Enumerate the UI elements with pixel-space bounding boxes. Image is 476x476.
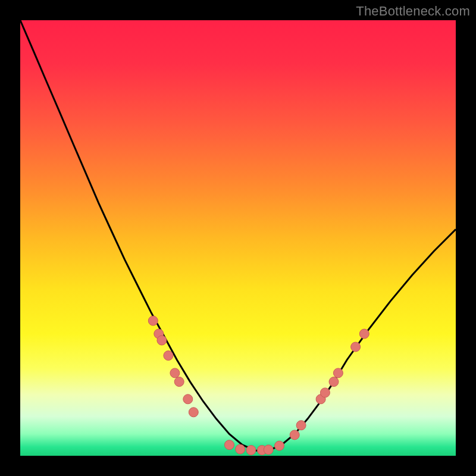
- marker-layer: [148, 316, 369, 455]
- data-marker: [329, 377, 339, 387]
- data-marker: [189, 408, 198, 417]
- chart-container: TheBottleneck.com: [0, 0, 476, 476]
- data-marker: [290, 430, 299, 440]
- plot-area: [20, 20, 456, 456]
- chart-svg: [20, 20, 456, 456]
- data-marker: [170, 368, 180, 378]
- data-marker: [224, 440, 234, 450]
- data-marker: [296, 421, 306, 430]
- data-marker: [264, 445, 273, 455]
- data-marker: [236, 444, 245, 454]
- data-marker: [351, 342, 361, 352]
- data-marker: [359, 329, 369, 339]
- data-marker: [275, 441, 284, 450]
- data-marker: [148, 316, 158, 325]
- data-marker: [246, 446, 256, 455]
- data-marker: [164, 351, 173, 361]
- bottleneck-curve: [20, 20, 456, 450]
- data-marker: [157, 336, 167, 345]
- data-marker: [183, 394, 193, 404]
- data-marker: [174, 377, 184, 387]
- watermark-text: TheBottleneck.com: [356, 4, 470, 19]
- data-marker: [320, 388, 330, 397]
- data-marker: [333, 368, 343, 378]
